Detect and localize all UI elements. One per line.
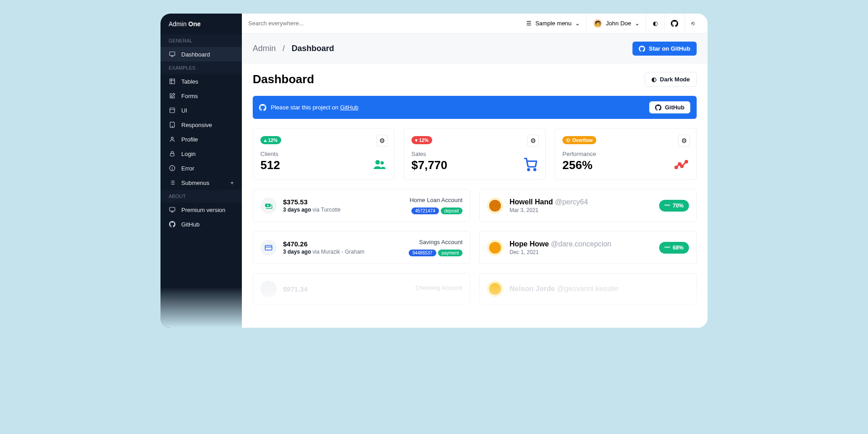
sidebar-item-label: Responsive <box>181 122 212 128</box>
card-settings-button[interactable]: ⚙ <box>527 135 539 146</box>
transaction-code: 45721474 <box>411 208 439 214</box>
transaction-meta: 3 days ago via Murazik - Graham <box>283 249 401 255</box>
brand-text2: One <box>189 20 201 28</box>
svg-point-33 <box>267 204 269 206</box>
github-link[interactable] <box>664 14 684 33</box>
gear-icon: ⚙ <box>379 137 385 144</box>
sidebar: Admin One GENERALDashboardEXAMPLESTables… <box>160 14 242 328</box>
sidebar-item-login[interactable]: Login <box>160 146 242 161</box>
crumb-root[interactable]: Admin <box>253 44 276 53</box>
banner-text: Please star this project on GitHub <box>271 104 359 111</box>
sidebar-item-label: Dashboard <box>181 51 210 58</box>
svg-point-29 <box>679 163 681 165</box>
card-icon <box>260 240 277 256</box>
transaction-meta: 3 days ago via Turcotte <box>283 207 403 213</box>
chart-icon <box>675 158 688 171</box>
transaction-account: Savings Account <box>407 239 462 245</box>
person-name: Hope Howe @dare.concepcion <box>509 240 653 248</box>
trend-pill: ⏲ Overflow <box>562 136 596 144</box>
stat-card-performance: ⏲ Overflow⚙Performance256% <box>555 128 697 180</box>
sidebar-section-label: ABOUT <box>160 190 242 203</box>
ui-icon <box>169 107 176 114</box>
person-row[interactable]: Howell Hand @percy64Mar 3, 2021〰70% <box>479 189 697 222</box>
stat-label: Performance <box>562 151 689 157</box>
stats-row: ▴ 12%⚙Clients512▾ 12%⚙Sales$7,770⏲ Overf… <box>242 119 708 189</box>
sidebar-item-responsive[interactable]: Responsive <box>160 118 242 132</box>
crumb-sep: / <box>283 44 285 53</box>
logout-button[interactable]: ⎋ <box>684 14 701 33</box>
brand-text1: Admin <box>169 20 189 28</box>
sidebar-item-error[interactable]: Error <box>160 161 242 175</box>
person-stat: 〰68% <box>659 242 689 254</box>
sidebar-section-label: EXAMPLES <box>160 61 242 74</box>
stat-label: Sales <box>411 151 538 157</box>
sidebar-item-dashboard[interactable]: Dashboard <box>160 47 242 61</box>
stat-value: 256% <box>562 158 689 172</box>
star-github-button[interactable]: Star on GitHub <box>632 42 697 56</box>
cart-icon <box>524 158 537 171</box>
profile-icon <box>169 136 176 143</box>
fade-sidebar-overlay <box>160 287 242 328</box>
error-icon <box>169 165 176 172</box>
svg-rect-0 <box>170 52 175 56</box>
github-icon <box>169 221 176 228</box>
banner-link[interactable]: GitHub <box>340 104 358 111</box>
card-settings-button[interactable]: ⚙ <box>376 135 388 146</box>
sidebar-item-label: Submenus <box>181 179 209 186</box>
banner-btn-label: GitHub <box>665 104 684 111</box>
dark-mode-button[interactable]: ◐ Dark Mode <box>645 72 697 87</box>
stat-value: 512 <box>260 158 387 172</box>
stat-card-clients: ▴ 12%⚙Clients512 <box>253 128 395 180</box>
theme-icon: ◐ <box>651 76 656 83</box>
fade-overlay <box>242 278 708 328</box>
transaction-tag: payment <box>438 250 462 256</box>
person-date: Mar 3, 2021 <box>509 207 653 213</box>
transaction-row[interactable]: $470.263 days ago via Murazik - GrahamSa… <box>253 231 470 264</box>
person-stat: 〰70% <box>659 200 689 212</box>
notice-banner: Please star this project on GitHub GitHu… <box>253 96 697 119</box>
sidebar-item-forms[interactable]: Forms <box>160 89 242 103</box>
list-icon <box>169 179 176 186</box>
svg-rect-6 <box>170 108 175 113</box>
menu-icon: ☰ <box>526 20 532 27</box>
sidebar-item-submenus[interactable]: Submenus+ <box>160 175 242 190</box>
breadcrumb: Admin / Dashboard <box>253 44 334 53</box>
trend-pill: ▾ 12% <box>411 136 432 144</box>
trend-up-icon: 〰 <box>665 245 670 251</box>
trend-up-icon: 〰 <box>665 203 670 209</box>
logout-icon: ⎋ <box>691 20 695 27</box>
user-name: John Doe <box>606 20 631 27</box>
theme-toggle-button[interactable]: ◐ <box>646 14 664 33</box>
person-row[interactable]: Hope Howe @dare.concepcionDec 1, 2021〰68… <box>479 231 697 264</box>
person-handle: @dare.concepcion <box>551 240 612 248</box>
sidebar-item-profile[interactable]: Profile <box>160 132 242 146</box>
transaction-account: Home Loan Account <box>410 197 462 203</box>
sidebar-item-premium-version[interactable]: Premium version <box>160 203 242 217</box>
lock-icon <box>169 150 176 157</box>
sample-menu-dropdown[interactable]: ☰ Sample menu ⌄ <box>520 14 586 33</box>
search-input[interactable] <box>248 20 402 27</box>
user-menu[interactable]: 🧑 John Doe ⌄ <box>586 14 646 33</box>
svg-point-24 <box>375 160 380 165</box>
transaction-amount: $470.26 <box>283 240 401 248</box>
sample-menu-label: Sample menu <box>535 20 571 27</box>
transaction-row[interactable]: $375.533 days ago via TurcotteHome Loan … <box>253 189 470 222</box>
card-settings-button[interactable]: ⚙ <box>678 135 690 146</box>
sidebar-item-ui[interactable]: UI <box>160 103 242 118</box>
trend-pill: ▴ 12% <box>260 136 281 144</box>
svg-point-10 <box>171 137 174 139</box>
svg-rect-34 <box>265 245 272 250</box>
sidebar-item-label: Premium version <box>181 207 226 213</box>
sidebar-item-label: GitHub <box>181 221 199 228</box>
avatar-icon <box>487 240 503 256</box>
sidebar-item-label: Profile <box>181 136 198 143</box>
sidebar-item-label: Error <box>181 165 194 172</box>
svg-point-28 <box>675 166 677 169</box>
svg-point-25 <box>381 161 384 165</box>
avatar-icon <box>487 198 503 214</box>
sidebar-item-tables[interactable]: Tables <box>160 74 242 89</box>
sidebar-item-github[interactable]: GitHub <box>160 217 242 231</box>
person-name: Howell Hand @percy64 <box>509 198 653 206</box>
banner-github-button[interactable]: GitHub <box>649 101 690 113</box>
responsive-icon <box>169 121 176 128</box>
